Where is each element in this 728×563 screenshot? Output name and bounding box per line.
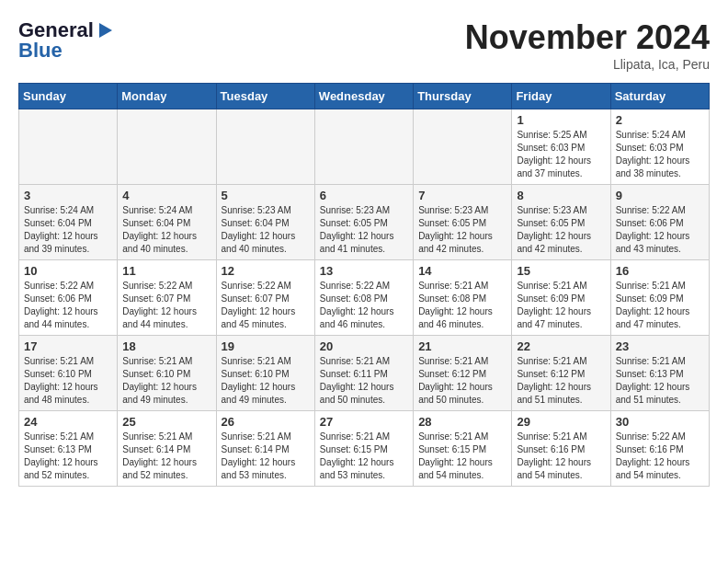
col-thursday: Thursday [414,84,512,109]
day-info: Sunrise: 5:21 AM Sunset: 6:13 PM Dayligh… [24,431,112,482]
day-number: 21 [418,339,506,353]
day-info: Sunrise: 5:21 AM Sunset: 6:12 PM Dayligh… [517,355,605,407]
day-number: 11 [122,264,210,278]
day-number: 22 [517,339,605,353]
calendar-table: Sunday Monday Tuesday Wednesday Thursday… [18,83,710,487]
day-cell: 28Sunrise: 5:21 AM Sunset: 6:15 PM Dayli… [414,411,512,487]
day-number: 4 [122,189,210,202]
day-info: Sunrise: 5:21 AM Sunset: 6:14 PM Dayligh… [222,431,310,482]
day-cell: 24Sunrise: 5:21 AM Sunset: 6:13 PM Dayli… [19,411,118,487]
day-number: 2 [616,113,704,127]
day-number: 3 [24,189,112,202]
day-number: 26 [222,415,310,429]
day-number: 14 [418,264,506,278]
day-cell: 8Sunrise: 5:23 AM Sunset: 6:05 PM Daylig… [512,185,610,260]
day-cell: 19Sunrise: 5:21 AM Sunset: 6:10 PM Dayli… [216,336,314,411]
day-number: 25 [122,415,210,429]
day-number: 29 [517,415,605,429]
logo-arrow-icon [96,20,116,40]
day-info: Sunrise: 5:22 AM Sunset: 6:06 PM Dayligh… [616,204,704,256]
day-cell: 4Sunrise: 5:24 AM Sunset: 6:04 PM Daylig… [118,185,216,260]
day-number: 17 [24,339,112,353]
day-info: Sunrise: 5:24 AM Sunset: 6:03 PM Dayligh… [616,129,704,180]
day-info: Sunrise: 5:21 AM Sunset: 6:10 PM Dayligh… [222,355,310,407]
day-number: 10 [24,264,112,278]
day-info: Sunrise: 5:22 AM Sunset: 6:07 PM Dayligh… [222,280,310,331]
day-cell: 29Sunrise: 5:21 AM Sunset: 6:16 PM Dayli… [512,411,610,487]
day-cell: 21Sunrise: 5:21 AM Sunset: 6:12 PM Dayli… [414,336,512,411]
day-cell: 22Sunrise: 5:21 AM Sunset: 6:12 PM Dayli… [512,336,610,411]
day-info: Sunrise: 5:21 AM Sunset: 6:15 PM Dayligh… [320,431,408,482]
day-info: Sunrise: 5:21 AM Sunset: 6:15 PM Dayligh… [418,431,506,482]
day-info: Sunrise: 5:24 AM Sunset: 6:04 PM Dayligh… [122,204,210,256]
location: Llipata, Ica, Peru [465,57,710,72]
day-cell: 30Sunrise: 5:22 AM Sunset: 6:16 PM Dayli… [610,411,709,487]
day-cell: 1Sunrise: 5:25 AM Sunset: 6:03 PM Daylig… [512,109,610,185]
day-info: Sunrise: 5:21 AM Sunset: 6:13 PM Dayligh… [616,355,704,407]
day-number: 15 [517,264,605,278]
day-cell [414,109,512,185]
week-row-3: 10Sunrise: 5:22 AM Sunset: 6:06 PM Dayli… [19,260,710,336]
page: General Blue November 2024 Llipata, Ica,… [0,0,728,496]
svg-marker-0 [99,23,112,38]
day-cell: 26Sunrise: 5:21 AM Sunset: 6:14 PM Dayli… [216,411,314,487]
day-info: Sunrise: 5:21 AM Sunset: 6:09 PM Dayligh… [517,280,605,331]
day-info: Sunrise: 5:21 AM Sunset: 6:14 PM Dayligh… [122,431,210,482]
logo-blue: Blue [18,39,63,63]
day-cell: 12Sunrise: 5:22 AM Sunset: 6:07 PM Dayli… [216,260,314,336]
day-number: 18 [122,339,210,353]
day-info: Sunrise: 5:23 AM Sunset: 6:04 PM Dayligh… [222,204,310,256]
day-cell: 11Sunrise: 5:22 AM Sunset: 6:07 PM Dayli… [118,260,216,336]
logo: General Blue [18,18,116,63]
day-info: Sunrise: 5:21 AM Sunset: 6:10 PM Dayligh… [24,355,112,407]
col-wednesday: Wednesday [314,84,413,109]
day-number: 20 [320,339,408,353]
day-info: Sunrise: 5:25 AM Sunset: 6:03 PM Dayligh… [517,129,605,180]
day-cell: 23Sunrise: 5:21 AM Sunset: 6:13 PM Dayli… [610,336,709,411]
day-cell: 15Sunrise: 5:21 AM Sunset: 6:09 PM Dayli… [512,260,610,336]
day-info: Sunrise: 5:21 AM Sunset: 6:08 PM Dayligh… [418,280,506,331]
week-row-4: 17Sunrise: 5:21 AM Sunset: 6:10 PM Dayli… [19,336,710,411]
day-number: 24 [24,415,112,429]
day-number: 13 [320,264,408,278]
day-number: 19 [222,339,310,353]
day-cell [118,109,216,185]
day-number: 5 [222,189,310,202]
day-info: Sunrise: 5:21 AM Sunset: 6:12 PM Dayligh… [418,355,506,407]
day-number: 28 [418,415,506,429]
day-number: 30 [616,415,704,429]
day-cell: 25Sunrise: 5:21 AM Sunset: 6:14 PM Dayli… [118,411,216,487]
day-cell: 18Sunrise: 5:21 AM Sunset: 6:10 PM Dayli… [118,336,216,411]
col-saturday: Saturday [610,84,709,109]
day-cell: 5Sunrise: 5:23 AM Sunset: 6:04 PM Daylig… [216,185,314,260]
day-info: Sunrise: 5:22 AM Sunset: 6:07 PM Dayligh… [122,280,210,331]
day-cell: 9Sunrise: 5:22 AM Sunset: 6:06 PM Daylig… [610,185,709,260]
col-monday: Monday [118,84,216,109]
header: General Blue November 2024 Llipata, Ica,… [18,18,710,72]
day-info: Sunrise: 5:21 AM Sunset: 6:16 PM Dayligh… [517,431,605,482]
day-number: 23 [616,339,704,353]
day-cell: 14Sunrise: 5:21 AM Sunset: 6:08 PM Dayli… [414,260,512,336]
day-number: 27 [320,415,408,429]
day-info: Sunrise: 5:22 AM Sunset: 6:06 PM Dayligh… [24,280,112,331]
day-info: Sunrise: 5:23 AM Sunset: 6:05 PM Dayligh… [517,204,605,256]
day-cell [19,109,118,185]
day-cell: 2Sunrise: 5:24 AM Sunset: 6:03 PM Daylig… [610,109,709,185]
day-number: 6 [320,189,408,202]
day-info: Sunrise: 5:22 AM Sunset: 6:16 PM Dayligh… [616,431,704,482]
col-friday: Friday [512,84,610,109]
day-number: 12 [222,264,310,278]
week-row-1: 1Sunrise: 5:25 AM Sunset: 6:03 PM Daylig… [19,109,710,185]
day-cell [314,109,413,185]
day-cell: 7Sunrise: 5:23 AM Sunset: 6:05 PM Daylig… [414,185,512,260]
day-info: Sunrise: 5:21 AM Sunset: 6:11 PM Dayligh… [320,355,408,407]
day-info: Sunrise: 5:23 AM Sunset: 6:05 PM Dayligh… [320,204,408,256]
day-cell: 3Sunrise: 5:24 AM Sunset: 6:04 PM Daylig… [19,185,118,260]
day-cell: 16Sunrise: 5:21 AM Sunset: 6:09 PM Dayli… [610,260,709,336]
day-cell: 10Sunrise: 5:22 AM Sunset: 6:06 PM Dayli… [19,260,118,336]
day-number: 9 [616,189,704,202]
day-cell: 27Sunrise: 5:21 AM Sunset: 6:15 PM Dayli… [314,411,413,487]
title-block: November 2024 Llipata, Ica, Peru [465,18,710,72]
day-number: 16 [616,264,704,278]
day-info: Sunrise: 5:24 AM Sunset: 6:04 PM Dayligh… [24,204,112,256]
